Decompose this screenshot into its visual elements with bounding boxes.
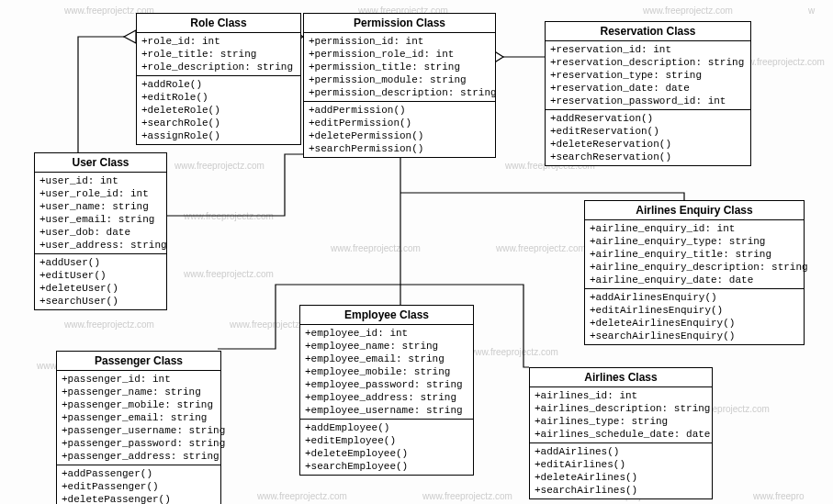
class-operations: +addRole()+editRole()+deleteRole()+searc… <box>137 76 300 144</box>
svg-marker-0 <box>124 30 136 43</box>
class-row: +searchEmployee() <box>305 460 468 473</box>
watermark: www.freeprojectz.com <box>643 6 733 16</box>
class-title: Passenger Class <box>57 352 220 371</box>
class-attributes: +employee_id: int+employee_name: string+… <box>300 325 473 420</box>
class-attributes: +permission_id: int+permission_role_id: … <box>304 33 495 102</box>
class-attributes: +user_id: int+user_role_id: int+user_nam… <box>35 173 166 254</box>
class-row: +searchAirlines() <box>535 484 707 497</box>
class-row: +reservation_date: date <box>550 82 746 95</box>
class-row: +deletePassenger() <box>62 493 216 504</box>
class-operations: +addReservation()+editReservation()+dele… <box>546 110 750 165</box>
class-row: +airlines_id: int <box>535 389 707 402</box>
class-row: +deleteAirlines() <box>535 471 707 484</box>
class-row: +permission_module: string <box>309 73 490 86</box>
class-row: +passenger_name: string <box>62 386 216 398</box>
class-attributes: +airline_enquiry_id: int+airline_enquiry… <box>585 220 804 289</box>
class-row: +passenger_id: int <box>62 373 216 386</box>
class-row: +deleteUser() <box>39 282 162 295</box>
class-role: Role Class +role_id: int+role_title: str… <box>136 13 301 145</box>
class-row: +addAirlinesEnquiry() <box>590 291 799 304</box>
class-row: +editPermission() <box>309 117 490 129</box>
class-row: +editUser() <box>39 269 162 282</box>
class-row: +user_dob: date <box>39 226 162 239</box>
class-row: +searchPermission() <box>309 142 490 155</box>
class-row: +user_name: string <box>39 200 162 213</box>
class-row: +role_title: string <box>141 48 296 61</box>
class-row: +passenger_address: string <box>62 450 216 463</box>
class-row: +reservation_id: int <box>550 43 746 56</box>
class-row: +editReservation() <box>550 125 746 138</box>
class-row: +passenger_password: string <box>62 437 216 450</box>
class-permission: Permission Class +permission_id: int+per… <box>303 13 496 158</box>
class-attributes: +role_id: int+role_title: string+role_de… <box>137 33 300 76</box>
class-row: +reservation_description: string <box>550 56 746 69</box>
class-row: +employee_email: string <box>305 353 468 365</box>
class-row: +reservation_password_id: int <box>550 95 746 107</box>
watermark: w <box>808 6 815 16</box>
class-row: +user_id: int <box>39 174 162 187</box>
class-row: +editAirlines() <box>535 458 707 471</box>
class-row: +reservation_type: string <box>550 69 746 82</box>
watermark: www.freeprojectz.com <box>331 243 421 253</box>
class-row: +airlines_schedule_date: date <box>535 428 707 441</box>
class-title: Reservation Class <box>546 22 750 41</box>
class-row: +addPermission() <box>309 104 490 117</box>
class-row: +passenger_mobile: string <box>62 398 216 411</box>
watermark: www.freeprojectz.com <box>184 269 274 279</box>
class-title: Airlines Enquiry Class <box>585 201 804 220</box>
class-attributes: +passenger_id: int+passenger_name: strin… <box>57 371 220 465</box>
class-operations: +addPassenger()+editPassenger()+deletePa… <box>57 465 220 504</box>
class-row: +addRole() <box>141 78 296 91</box>
class-row: +employee_username: string <box>305 404 468 417</box>
class-row: +user_address: string <box>39 239 162 252</box>
class-row: +editRole() <box>141 91 296 104</box>
class-row: +role_id: int <box>141 35 296 48</box>
watermark: www.freeprojectz.com <box>184 211 274 221</box>
class-title: Role Class <box>137 14 300 33</box>
class-row: +assignRole() <box>141 129 296 142</box>
class-row: +addPassenger() <box>62 467 216 480</box>
class-title: Airlines Class <box>530 368 712 387</box>
class-attributes: +airlines_id: int+airlines_description: … <box>530 387 712 443</box>
watermark: www.freeprojectz.com <box>422 491 512 501</box>
class-row: +airline_enquiry_date: date <box>590 274 799 286</box>
class-row: +searchReservation() <box>550 151 746 163</box>
watermark: www.freeprojectz.com <box>64 319 154 330</box>
class-title: User Class <box>35 153 166 173</box>
class-row: +deletePermission() <box>309 129 490 142</box>
watermark: www.freeprojectz.com <box>496 243 586 253</box>
class-row: +permission_id: int <box>309 35 490 48</box>
class-operations: +addAirlinesEnquiry()+editAirlinesEnquir… <box>585 289 804 344</box>
class-row: +permission_description: string <box>309 86 490 99</box>
class-row: +addUser() <box>39 256 162 269</box>
class-row: +employee_id: int <box>305 327 468 340</box>
watermark: www.freeprojectz.com <box>257 491 347 501</box>
class-row: +airlines_type: string <box>535 415 707 428</box>
class-operations: +addUser()+editUser()+deleteUser()+searc… <box>35 254 166 309</box>
class-row: +passenger_username: string <box>62 424 216 437</box>
class-row: +permission_role_id: int <box>309 48 490 61</box>
class-row: +addReservation() <box>550 112 746 125</box>
class-operations: +addAirlines()+editAirlines()+deleteAirl… <box>530 443 712 498</box>
class-row: +editPassenger() <box>62 480 216 493</box>
class-operations: +addEmployee()+editEmployee()+deleteEmpl… <box>300 420 473 475</box>
class-row: +addAirlines() <box>535 445 707 458</box>
class-row: +role_description: string <box>141 61 296 73</box>
class-row: +passenger_email: string <box>62 411 216 424</box>
class-reservation: Reservation Class +reservation_id: int+r… <box>545 21 751 166</box>
class-row: +deleteEmployee() <box>305 447 468 460</box>
class-row: +deleteAirlinesEnquiry() <box>590 317 799 330</box>
class-row: +employee_mobile: string <box>305 365 468 378</box>
class-row: +airlines_description: string <box>535 402 707 415</box>
class-row: +user_email: string <box>39 213 162 226</box>
class-row: +airline_enquiry_type: string <box>590 235 799 248</box>
class-row: +editEmployee() <box>305 434 468 447</box>
class-row: +airline_enquiry_id: int <box>590 222 799 235</box>
class-attributes: +reservation_id: int+reservation_descrip… <box>546 41 750 110</box>
class-row: +deleteReservation() <box>550 138 746 151</box>
class-row: +editAirlinesEnquiry() <box>590 304 799 317</box>
watermark: www.freeprojectz.com <box>468 347 558 357</box>
class-row: +addEmployee() <box>305 421 468 434</box>
class-airlines-enquiry: Airlines Enquiry Class +airline_enquiry_… <box>584 200 805 345</box>
class-row: +user_role_id: int <box>39 187 162 200</box>
